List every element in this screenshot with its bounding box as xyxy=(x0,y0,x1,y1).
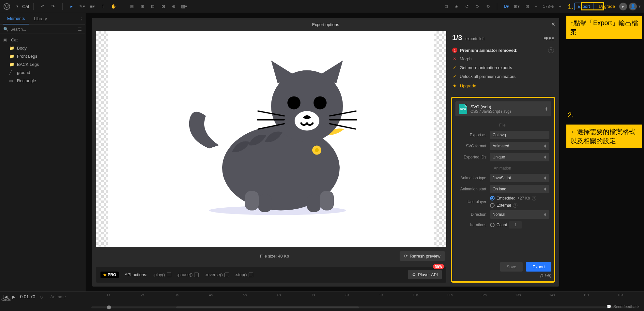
anim-start-select[interactable]: On load▲▼ xyxy=(490,185,549,193)
search-input[interactable] xyxy=(10,27,78,32)
save-button[interactable]: Save xyxy=(500,262,523,272)
svg-point-14 xyxy=(314,96,327,110)
radio-embedded[interactable]: Embedded+27 Kb? xyxy=(490,196,549,200)
redo-button[interactable]: ↷ xyxy=(49,2,58,11)
scrub-handle[interactable] xyxy=(107,305,111,309)
artboard-icon: ▣ xyxy=(3,37,8,42)
align-tool-icon[interactable]: ⊟ xyxy=(128,2,137,11)
boolean-tool-icon[interactable]: ⊕ xyxy=(169,2,178,11)
zoom-level[interactable]: 173% xyxy=(543,4,554,9)
tree-item[interactable]: 📁Body xyxy=(0,44,85,52)
svg-point-0 xyxy=(4,3,10,9)
keyframe-icon[interactable]: ◇ xyxy=(40,294,43,299)
export-as-input[interactable] xyxy=(490,131,549,139)
tab-elements[interactable]: Elements xyxy=(3,13,29,24)
api-pause[interactable]: .pause() xyxy=(177,272,199,277)
distribute-tool-icon[interactable]: ⊞ xyxy=(138,2,147,11)
svg-format-label: SVG format: xyxy=(455,144,487,148)
api-play[interactable]: .play() xyxy=(153,272,171,277)
snap-icon[interactable]: ◈ xyxy=(452,2,461,11)
preview-canvas xyxy=(96,31,446,247)
animate-button[interactable]: Animate xyxy=(48,293,69,300)
zoom-plus[interactable]: + xyxy=(559,4,561,9)
project-name[interactable]: Cat xyxy=(22,4,29,9)
folder-icon: 📁 xyxy=(9,62,14,67)
timeline-scrubber[interactable] xyxy=(91,306,637,308)
radio-external[interactable]: External? xyxy=(490,203,549,208)
tree-label: ground xyxy=(17,70,30,75)
close-icon[interactable]: ✕ xyxy=(551,21,555,27)
svg-rect-6 xyxy=(258,194,272,212)
group-tool-icon[interactable]: ⊡ xyxy=(148,2,158,11)
export-confirm-button[interactable]: Export xyxy=(526,262,551,272)
crop-icon[interactable]: ⊡ xyxy=(441,2,451,11)
api-reverse[interactable]: .reverse() xyxy=(205,272,229,277)
line-icon: ╱ xyxy=(9,70,14,75)
export-highlight-box xyxy=(581,2,604,10)
annotation-number-2: 2. xyxy=(568,111,574,119)
hand-tool-icon[interactable]: ✋ xyxy=(109,2,118,11)
magnet-icon[interactable]: U▾ xyxy=(502,2,511,11)
tab-library[interactable]: Library xyxy=(29,13,52,24)
svg-file-icon: SVG xyxy=(459,104,467,114)
timeline-ticks: 1s2s3s4s5s6s7s8s9s10s11s12s13s14s15s16s xyxy=(91,293,637,297)
annotation-box-2: ←選擇需要的檔案格式以及相關的設定 xyxy=(566,125,642,148)
upgrade-link-2[interactable]: ★Upgrade xyxy=(452,83,554,88)
export-options-modal: Export options ✕ xyxy=(92,18,559,287)
count-input[interactable] xyxy=(509,221,522,229)
api-stop[interactable]: .stop() xyxy=(235,272,253,277)
send-feedback-link[interactable]: 💬 Send feedback xyxy=(606,304,639,309)
project-dropdown-icon[interactable]: ▼ xyxy=(16,5,19,8)
direction-select[interactable]: Normal▲▼ xyxy=(490,210,549,219)
svg-format-select[interactable]: Animated▲▼ xyxy=(490,142,549,150)
help-icon[interactable]: ? xyxy=(548,47,554,53)
user-avatar-icon[interactable]: 👤 xyxy=(629,3,637,10)
track-label: Circle xyxy=(0,297,11,302)
modal-title: Export options xyxy=(312,22,339,27)
select-tool-icon[interactable]: ▸ xyxy=(67,2,76,11)
tree-item[interactable]: 📁BACK Legs xyxy=(0,60,85,68)
top-toolbar: ▼ Cat ↶ ↷ ▸ ✎▾ ■▾ T ✋ ⊟ ⊞ ⊡ ⊠ ⊕ ▦▾ ⊡ ◈ ↺… xyxy=(0,0,644,13)
play-icon[interactable]: ▶ xyxy=(12,294,15,299)
iterations-label: Iterations: xyxy=(455,223,487,227)
help-icon[interactable]: ? xyxy=(532,196,536,200)
undo-button[interactable]: ↶ xyxy=(38,2,47,11)
timeline-bar: 1s2s3s4s5s6s7s8s9s10s11s12s13s14s15s16s … xyxy=(0,291,644,311)
user-menu-icon[interactable]: ▾ xyxy=(638,4,641,9)
focus-icon[interactable]: ⊡ xyxy=(523,2,532,11)
reload-icon[interactable]: ⟲ xyxy=(483,2,492,11)
player-api-button[interactable]: ⚙ Player API xyxy=(408,270,442,279)
collapse-panel-icon[interactable]: 〈 xyxy=(78,16,83,22)
anim-type-select[interactable]: JavaScript▲▼ xyxy=(490,174,549,182)
folder-icon: 📁 xyxy=(9,46,14,51)
filter-icon[interactable]: ☰ xyxy=(78,27,82,32)
shape-tool-icon[interactable]: ■▾ xyxy=(88,2,97,11)
api-actions-label: API actions: xyxy=(125,272,147,277)
layers-tool-icon[interactable]: ▦▾ xyxy=(180,2,189,11)
arrange-tool-icon[interactable]: ⊠ xyxy=(159,2,168,11)
text-tool-icon[interactable]: T xyxy=(99,2,108,11)
tree-root[interactable]: ▣ Cat xyxy=(0,36,85,44)
play-avatar-icon[interactable]: ▸ xyxy=(619,3,627,10)
tree-item[interactable]: 📁Front Legs xyxy=(0,52,85,60)
tree-item[interactable]: ╱ground xyxy=(0,68,85,77)
timecode: 0:01.70 xyxy=(20,294,35,299)
exported-ids-select[interactable]: Unique▲▼ xyxy=(490,153,549,161)
annotation-number-1: 1. xyxy=(568,3,574,11)
pen-tool-icon[interactable]: ✎▾ xyxy=(78,2,87,11)
svg-point-2 xyxy=(8,5,9,7)
premium-removed-label: Premium animator removed: xyxy=(460,48,517,53)
tree-item[interactable]: ▭Rectangle xyxy=(0,77,85,85)
rect-icon: ▭ xyxy=(9,78,14,83)
svg-point-11 xyxy=(315,148,319,152)
refresh-preview-button[interactable]: ⟳ Refresh preview xyxy=(400,251,445,261)
help-icon[interactable]: ? xyxy=(513,203,517,208)
exports-count: 1/3 xyxy=(452,34,462,42)
format-selector[interactable]: SVG SVG (web) CSS / JavaScript (.svg) ▲▼ xyxy=(455,101,551,116)
zoom-minus[interactable]: − xyxy=(535,4,538,9)
refresh-icon[interactable]: ⟳ xyxy=(473,2,482,11)
radio-count[interactable]: Count xyxy=(490,221,549,229)
export-settings-panel: SVG SVG (web) CSS / JavaScript (.svg) ▲▼… xyxy=(451,97,555,283)
history-icon[interactable]: ↺ xyxy=(462,2,471,11)
grid-icon[interactable]: ⊞▾ xyxy=(512,2,521,11)
